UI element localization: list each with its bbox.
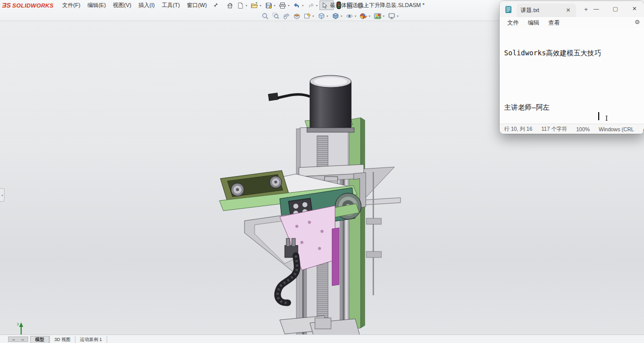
notepad-window: 课题.txt ✕ + — ▢ ✕ 文件 编辑 查看 ⚙ Solidworks高效… (500, 1, 644, 134)
print-button[interactable]: ▾ (277, 1, 291, 10)
edit-appearance-button[interactable]: ▾ (358, 11, 372, 21)
close-button[interactable]: ✕ (625, 1, 644, 16)
status-line-col: 行 10, 列 16 (500, 126, 537, 133)
dropdown-arrow-icon[interactable]: ▾ (311, 14, 315, 18)
status-zoom[interactable]: 100% (572, 126, 594, 132)
apply-scene-button[interactable]: ▾ (372, 11, 386, 21)
new-document-icon (236, 2, 245, 10)
document-tab-bar: ◂◂ ▸▸ 模型 3D 视图 运动算例 1 (0, 334, 644, 343)
notepad-editor[interactable]: Solidworks高效建模五大技巧 主讲老师—阿左 课堂内容: 1、快捷键设置… (500, 28, 644, 124)
menu-edit[interactable]: 编辑(E) (84, 1, 110, 10)
pin-menu-icon[interactable] (213, 3, 218, 9)
dropdown-arrow-icon[interactable]: ▾ (259, 4, 262, 7)
view-toolbar: ▾ ▾ ▾ ▾ ▾ ▾ ▾ (260, 11, 400, 21)
view-settings-monitor-icon (387, 12, 396, 20)
section-view-button[interactable] (291, 11, 302, 21)
scroll-right-icon: ▸▸ (22, 338, 24, 341)
stepper-motor (268, 75, 354, 132)
zoom-area-icon (271, 12, 280, 20)
menu-insert[interactable]: 插入(I) (135, 1, 158, 10)
zoom-area-button[interactable] (270, 11, 281, 21)
menu-tools[interactable]: 工具(T) (158, 1, 183, 10)
notepad-menu-file[interactable]: 文件 (503, 18, 523, 28)
save-icon (264, 2, 273, 10)
feature-tree-flyout-tab[interactable]: ◂ (0, 188, 5, 202)
3d-drawing-view-icon (303, 12, 311, 20)
display-style-button[interactable]: ▾ (330, 11, 344, 21)
editor-line: 主讲老师—阿左 (504, 103, 639, 112)
view-orientation-button[interactable]: ▾ (316, 11, 330, 21)
dropdown-arrow-icon[interactable]: ▾ (326, 14, 329, 18)
tab-3d-views[interactable]: 3D 视图 (49, 336, 75, 343)
status-encoding[interactable]: ANSI (638, 126, 644, 132)
save-button[interactable]: ▾ (263, 1, 277, 10)
hide-show-items-button[interactable]: ▾ (344, 11, 358, 21)
menu-bar: 文件(F) 编辑(E) 视图(V) 插入(I) 工具(T) 窗口(W) (59, 1, 222, 10)
notepad-app-icon (505, 5, 512, 16)
scroll-left-icon: ◂◂ (12, 338, 15, 341)
dropdown-arrow-icon[interactable]: ▾ (273, 4, 276, 7)
solidworks-wordmark: SOLIDWORKS (12, 3, 53, 9)
notepad-file-tab[interactable]: 课题.txt ✕ (517, 4, 576, 17)
dropdown-arrow-icon[interactable]: ▾ (287, 4, 290, 7)
notepad-tab-title: 课题.txt (521, 7, 565, 14)
status-char-count: 117 个字符 (537, 126, 572, 133)
menu-view[interactable]: 视图(V) (109, 1, 135, 10)
editor-line: Solidworks高效建模五大技巧 (504, 48, 639, 57)
tab-motion-study-1[interactable]: 运动算例 1 (75, 336, 107, 343)
apply-scene-icon (373, 12, 382, 20)
dropdown-arrow-icon[interactable]: ▾ (340, 14, 343, 18)
notepad-menu-edit[interactable]: 编辑 (523, 18, 544, 28)
notepad-menu-view[interactable]: 查看 (544, 18, 565, 28)
display-style-icon (331, 12, 340, 20)
section-view-icon (292, 12, 301, 20)
tab-scroll-control[interactable]: ◂◂ ▸▸ (8, 336, 28, 342)
notepad-settings-gear-icon[interactable]: ⚙ (634, 19, 640, 26)
ibeam-mouse-cursor: I (605, 115, 608, 122)
print-icon (278, 2, 287, 10)
document-title: 装配体输送线上下升降总装.SLDASM * (302, 2, 453, 9)
open-button[interactable]: ▾ (249, 1, 263, 10)
dropdown-arrow-icon[interactable]: ▾ (382, 14, 385, 18)
undo-icon (292, 2, 301, 10)
minimize-button[interactable]: — (587, 1, 606, 16)
previous-view-button[interactable] (281, 11, 291, 21)
new-document-button[interactable]: ▾ (235, 1, 249, 10)
dropdown-arrow-icon[interactable]: ▾ (245, 4, 248, 7)
home-button[interactable] (224, 1, 235, 10)
zoom-fit-button[interactable] (260, 11, 270, 21)
status-line-ending[interactable]: Windows (CRL (594, 126, 638, 132)
home-icon (225, 2, 234, 10)
dropdown-arrow-icon[interactable]: ▾ (396, 14, 399, 18)
solidworks-logo: ƎS SOLIDWORKS (0, 2, 59, 9)
notepad-menubar: 文件 编辑 查看 ⚙ (500, 17, 644, 28)
view-settings-button[interactable]: ▾ (386, 11, 400, 21)
text-caret (598, 112, 599, 120)
assembly-3d-model[interactable] (201, 51, 413, 343)
open-folder-icon (250, 2, 259, 10)
view-orientation-icon (317, 12, 326, 20)
3d-drawing-view-button[interactable]: ▾ (302, 11, 316, 21)
previous-view-icon (282, 12, 290, 20)
tab-model[interactable]: 模型 (30, 336, 49, 343)
maximize-button[interactable]: ▢ (606, 1, 625, 16)
editor-line (504, 75, 639, 84)
notepad-titlebar[interactable]: 课题.txt ✕ + — ▢ ✕ (500, 1, 644, 17)
solidworks-window: ƎS SOLIDWORKS 文件(F) 编辑(E) 视图(V) 插入(I) 工具… (0, 0, 644, 343)
menu-file[interactable]: 文件(F) (59, 1, 84, 10)
tab-close-icon[interactable]: ✕ (565, 7, 572, 14)
triad-y-label: y (17, 322, 19, 326)
hide-show-eye-icon (345, 12, 354, 20)
notepad-statusbar: 行 10, 列 16 117 个字符 100% Windows (CRL ANS… (500, 124, 644, 134)
menu-window[interactable]: 窗口(W) (183, 1, 210, 10)
dropdown-arrow-icon[interactable]: ▾ (368, 14, 371, 18)
edit-appearance-icon (359, 12, 368, 20)
ds-logo-icon: ƎS (2, 2, 11, 9)
zoom-fit-icon (261, 12, 269, 20)
dropdown-arrow-icon[interactable]: ▾ (354, 14, 357, 18)
